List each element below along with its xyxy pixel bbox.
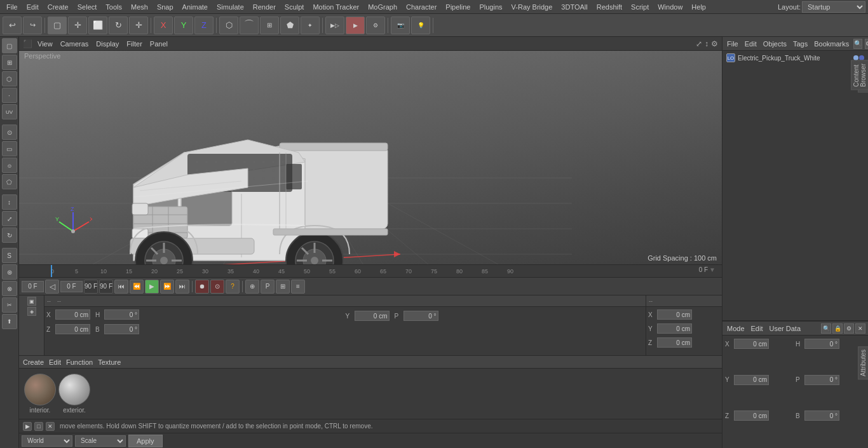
pos-y-input[interactable] [355,311,390,321]
solo-button[interactable]: ⊞ [276,280,290,294]
spline-button[interactable]: ⌒ [240,17,259,34]
menu-character[interactable]: Character [402,2,440,12]
menu-mograph[interactable]: MoGraph [364,2,401,12]
menu-tools[interactable]: Tools [102,2,126,12]
timeline-ruler[interactable]: 0 5 10 15 20 25 30 35 40 45 50 55 60 65 … [19,264,722,277]
menu-vray[interactable]: V-Ray Bridge [508,2,557,12]
attr-menu-edit[interactable]: Edit [749,325,765,332]
obj-menu-file[interactable]: File [725,40,740,48]
obj-menu-bookmarks[interactable]: Bookmarks [812,40,851,48]
tool-rect-select[interactable]: ▭ [2,141,17,156]
tool-knife[interactable]: ✂ [2,297,17,313]
render-region-button[interactable]: ▶▷ [325,17,344,34]
scale-button[interactable]: ⬜ [88,17,107,34]
attr-b-rot[interactable] [804,411,839,421]
menu-pipeline[interactable]: Pipeline [442,2,474,12]
tool-point-mode[interactable]: · [2,88,17,103]
menu-redshift[interactable]: Redshift [593,2,626,12]
menu-3dtoall[interactable]: 3DTOAll [557,2,591,12]
step-back-frame-button[interactable]: ◁ [45,280,59,294]
mat-menu-texture[interactable]: Texture [98,358,121,366]
record-status-icon[interactable]: ▶ [23,422,32,431]
attr-y-pos[interactable] [734,375,769,385]
tool-magnet[interactable]: ⊗ [2,281,17,296]
attr-p-rot[interactable] [804,375,839,385]
timeline-menu-button[interactable]: ≡ [291,280,305,294]
tool-lasso-select[interactable]: ⌾ [2,158,17,173]
attr-z-pos[interactable] [734,411,769,421]
tool-sculpt[interactable]: ⊛ [2,264,17,280]
menu-file[interactable]: File [3,2,22,12]
play-button[interactable]: ▶ [145,280,159,294]
tool-poly-mode[interactable]: ⊞ [2,55,17,70]
rot-p-input[interactable] [403,311,438,321]
viewport-settings-icon[interactable]: ⚙ [711,39,718,48]
attr-settings-icon[interactable]: ⚙ [844,323,854,334]
rot-b-input[interactable] [104,324,139,334]
tool-uv-mode[interactable]: UV [2,104,17,119]
mat-menu-function[interactable]: Function [66,358,93,366]
viewport-menu-cameras[interactable]: Cameras [58,40,92,48]
vtab-attributes[interactable]: Attributes [858,346,868,379]
cube-button[interactable]: ⬡ [219,17,238,34]
tool-poly-select[interactable]: ⬠ [2,174,17,189]
move-button[interactable]: ✛ [68,17,87,34]
cinema-icon[interactable]: ◈ [27,307,36,316]
attr-menu-userdata[interactable]: User Data [768,325,803,332]
close-status-icon[interactable]: ✕ [46,422,55,431]
menu-window[interactable]: Window [654,2,686,12]
attr-lock-icon[interactable]: 🔒 [832,323,843,334]
tool-scale[interactable]: ⤢ [2,211,17,226]
menu-simulate[interactable]: Simulate [213,2,248,12]
apply-button[interactable]: Apply [128,435,163,447]
keyframe-button[interactable]: ? [226,280,240,294]
rot-h-input[interactable] [104,309,139,320]
go-to-start-button[interactable]: ⏮ [114,280,128,294]
viewport[interactable]: ⬛ View Cameras Display Filter Panel ⤢ ↕ … [19,37,722,264]
nurbs-button[interactable]: ⊞ [260,17,279,34]
obj-search-button[interactable]: 🔍 [853,39,862,49]
motion-record-button[interactable]: ⊕ [245,280,259,294]
undo-button[interactable]: ↩ [3,17,22,34]
auto-keyframe-button[interactable]: ⊙ [210,280,224,294]
layout-select[interactable]: Startup [802,1,865,13]
mat-swatch-exterior[interactable]: exterior. [58,374,90,414]
scale-dropdown[interactable]: Scale [75,435,126,447]
transform-button[interactable]: ✛ [129,17,148,34]
light-button[interactable]: 💡 [411,17,430,34]
camera-button[interactable]: 📷 [391,17,410,34]
mat-menu-edit[interactable]: Edit [49,358,61,366]
tool-paint[interactable]: S [2,248,17,263]
step-back-button[interactable]: ⏪ [130,280,144,294]
tool-move[interactable]: ↕ [2,194,17,210]
viewport-menu-display[interactable]: Display [93,40,121,48]
pos-x-input[interactable] [55,309,90,320]
menu-script[interactable]: Script [627,2,653,12]
menu-motion-tracker[interactable]: Motion Tracker [309,2,363,12]
axis-x-button[interactable]: X [154,17,173,34]
menu-animate[interactable]: Animate [179,2,212,12]
obj-truck-item[interactable]: LO Electric_Pickup_Truck_White [724,52,867,64]
tool-edge-mode[interactable]: ⬡ [2,71,17,86]
menu-help[interactable]: Help [688,2,710,12]
viewport-menu-panel[interactable]: Panel [147,40,170,48]
tool-live-select[interactable]: ⊙ [2,125,17,140]
render-settings-button[interactable]: ⚙ [366,17,385,34]
deformer-button[interactable]: ⬟ [280,17,299,34]
axis-z-button[interactable]: Z [194,17,214,34]
stop-status-icon[interactable]: □ [34,422,43,431]
menu-snap[interactable]: Snap [153,2,177,12]
preview-button[interactable]: P [261,280,275,294]
attr-close-icon[interactable]: ✕ [855,323,865,334]
menu-plugins[interactable]: Plugins [475,2,506,12]
menu-mesh[interactable]: Mesh [127,2,152,12]
frame-start-input[interactable] [22,281,44,292]
viewport-camera-icon[interactable]: ↕ [705,39,709,48]
rotate-button[interactable]: ↻ [109,17,128,34]
vtab-content-browser[interactable]: Content Browser [851,60,868,90]
menu-edit[interactable]: Edit [23,2,43,12]
attr-x-pos[interactable] [734,339,769,349]
attr-menu-mode[interactable]: Mode [725,325,747,332]
tool-model-mode[interactable]: ▢ [2,38,17,53]
render-button[interactable]: ▶ [346,17,365,34]
